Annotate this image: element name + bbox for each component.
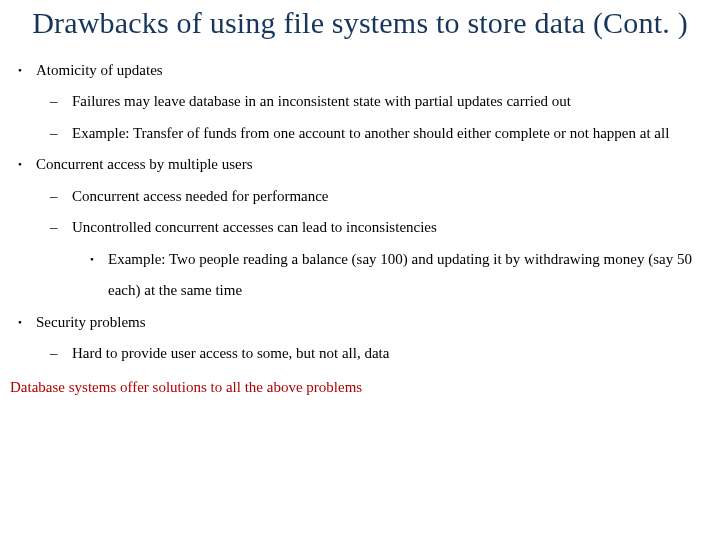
bullet-atomicity: Atomicity of updates Failures may leave … xyxy=(36,55,710,150)
subsubbullet: Example: Two people reading a balance (s… xyxy=(108,244,710,307)
subbullet: Failures may leave database in an incons… xyxy=(72,86,710,118)
bullet-text: Security problems xyxy=(36,314,146,330)
subbullet-text: Failures may leave database in an incons… xyxy=(72,93,571,109)
slide-body: Atomicity of updates Failures may leave … xyxy=(10,55,710,404)
subbullet-text: Concurrent access needed for performance xyxy=(72,188,329,204)
subbullet-text: Uncontrolled concurrent accesses can lea… xyxy=(72,219,437,235)
subbullet-text: Hard to provide user access to some, but… xyxy=(72,345,389,361)
subbullet-text: Example: Transfer of funds from one acco… xyxy=(72,125,669,141)
subbullet: Example: Transfer of funds from one acco… xyxy=(72,118,710,150)
slide-title: Drawbacks of using file systems to store… xyxy=(10,6,710,41)
subbullet: Concurrent access needed for performance xyxy=(72,181,710,213)
bullet-security: Security problems Hard to provide user a… xyxy=(36,307,710,370)
bullet-text: Atomicity of updates xyxy=(36,62,163,78)
bullet-concurrent: Concurrent access by multiple users Conc… xyxy=(36,149,710,307)
subsubbullet-text: Example: Two people reading a balance (s… xyxy=(108,251,692,299)
bullet-text: Concurrent access by multiple users xyxy=(36,156,253,172)
conclusion-text: Database systems offer solutions to all … xyxy=(10,372,710,404)
subbullet: Hard to provide user access to some, but… xyxy=(72,338,710,370)
subbullet: Uncontrolled concurrent accesses can lea… xyxy=(72,212,710,307)
